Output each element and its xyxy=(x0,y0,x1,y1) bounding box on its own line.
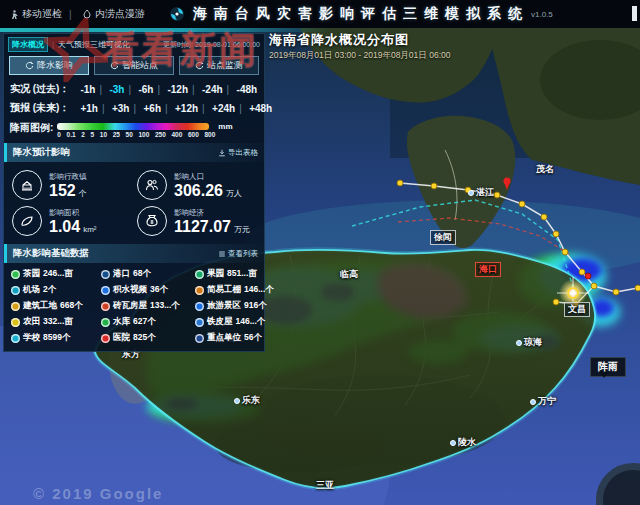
reservoir-icon xyxy=(101,318,110,327)
list-icon xyxy=(218,250,226,258)
export-table-link[interactable]: 导出表格 xyxy=(218,148,258,158)
observed--1h[interactable]: -1h xyxy=(73,84,102,95)
tab-rain-impact[interactable]: 降水影响 xyxy=(9,56,89,75)
base-item-scenic-area[interactable]: 旅游景区916个 xyxy=(195,300,274,312)
area-icon xyxy=(12,206,42,236)
base-item-school[interactable]: 学校8599个 xyxy=(11,332,99,344)
orchard-icon xyxy=(195,270,204,279)
tab-station-monitor[interactable]: 站点监测 xyxy=(179,56,259,75)
weather-badge: 阵雨 xyxy=(590,357,626,377)
base-item-hospital[interactable]: 医院825个 xyxy=(101,332,193,344)
observed--3h[interactable]: -3h xyxy=(102,84,131,95)
edge-widget[interactable] xyxy=(632,6,637,21)
menu-mobile-patrol[interactable]: 移动巡检 xyxy=(0,7,72,21)
forecast-+24h[interactable]: +24h xyxy=(205,103,242,114)
city-label-zhanjiang[interactable]: 湛江 xyxy=(468,186,494,199)
app-title: 海南台风灾害影响评估三维模拟系统 xyxy=(193,5,529,23)
base-item-work-shed[interactable]: 简易工棚146...个 xyxy=(195,284,274,296)
base-item-reservoir[interactable]: 水库627个 xyxy=(101,316,193,328)
view-list-link[interactable]: 查看列表 xyxy=(218,249,258,259)
city-label-wenchang[interactable]: 文昌 xyxy=(564,302,590,317)
stats-section-header: 降水预计影响 导出表格 xyxy=(4,143,264,162)
panel-tag[interactable]: 降水概况 xyxy=(8,37,48,52)
legend-ticks: 00.1 25 1025 50100 250400 600800 xyxy=(57,131,215,138)
roam-icon xyxy=(82,9,92,19)
legend-unit: mm xyxy=(218,122,232,131)
update-time: 更新时间: 2019-08-01 06:00:00 xyxy=(163,40,260,50)
map-subtitle: 2019年08月01日 03:00 - 2019年08月01日 06:00 xyxy=(269,50,450,62)
tea-garden-icon xyxy=(11,270,20,279)
patrol-icon xyxy=(10,9,19,20)
forecast-time-row: 预报 (未来)： +1h +3h +6h +12h +24h +48h xyxy=(4,98,264,117)
precipitation-panel: 降水概况 | 天气预报三维可视化 更新时间: 2019-08-01 06:00:… xyxy=(3,33,265,352)
city-label-xuwen[interactable]: 徐闻 xyxy=(430,230,456,245)
base-item-port[interactable]: 港口68个 xyxy=(101,268,193,280)
mode-tabs: 降水影响 智能站点 站点监测 xyxy=(4,54,264,79)
forecast-+3h[interactable]: +3h xyxy=(105,103,137,114)
city-label-wanning[interactable]: 万宁 xyxy=(530,395,556,408)
map-title: 海南省降水概况分布图 xyxy=(269,31,450,49)
stat-admin-regions: 影响行政镇 152个 xyxy=(12,167,135,203)
tin-house-icon xyxy=(195,318,204,327)
brick-house-icon xyxy=(101,302,110,311)
economy-icon xyxy=(137,206,167,236)
city-label-haikou[interactable]: 海口 xyxy=(475,262,501,277)
government-icon xyxy=(12,170,42,200)
observed--6h[interactable]: -6h xyxy=(131,84,160,95)
forecast-+6h[interactable]: +6h xyxy=(136,103,168,114)
city-label-lingshui[interactable]: 陵水 xyxy=(450,436,476,449)
city-label-maoming[interactable]: 茂名 xyxy=(536,163,554,176)
flood-camera-icon xyxy=(101,286,110,295)
stat-area: 影响面积 1.04km² xyxy=(12,203,135,239)
work-shed-icon xyxy=(195,286,204,295)
scenic-area-icon xyxy=(195,302,204,311)
panel-header: 降水概况 | 天气预报三维可视化 更新时间: 2019-08-01 06:00:… xyxy=(4,34,264,54)
base-data-section-header: 降水影响基础数据 查看列表 xyxy=(4,244,264,263)
export-icon xyxy=(218,149,226,157)
observed--48h[interactable]: -48h xyxy=(230,84,265,95)
tab-smart-stations[interactable]: 智能站点 xyxy=(94,56,174,75)
school-icon xyxy=(11,334,20,343)
panel-subtitle: 天气预报三维可视化 xyxy=(58,39,130,50)
stat-population: 影响人口 306.26万人 xyxy=(137,167,260,203)
base-item-orchard[interactable]: 果园851...亩 xyxy=(195,268,274,280)
menu-waterlogging-roam[interactable]: 内涝点漫游 xyxy=(72,7,155,21)
key-unit-icon xyxy=(195,334,204,343)
refresh-icon xyxy=(195,61,204,70)
base-item-key-unit[interactable]: 重点单位56个 xyxy=(195,332,274,344)
hospital-icon xyxy=(101,334,110,343)
base-item-construction-site[interactable]: 建筑工地668个 xyxy=(11,300,99,312)
city-label-lingao[interactable]: 临高 xyxy=(340,268,358,281)
city-label-qionghai[interactable]: 琼海 xyxy=(516,336,542,349)
base-item-airport[interactable]: 机场2个 xyxy=(11,284,99,296)
forecast-+1h[interactable]: +1h xyxy=(73,103,105,114)
base-item-brick-house[interactable]: 砖瓦房屋133...个 xyxy=(101,300,193,312)
stat-economy: 影响经济 1127.07万元 xyxy=(137,203,260,239)
farmland-icon xyxy=(11,318,20,327)
rain-color-scale xyxy=(57,123,209,130)
forecast-+12h[interactable]: +12h xyxy=(168,103,205,114)
population-icon xyxy=(137,170,167,200)
construction-icon xyxy=(11,302,20,311)
base-item-flood-camera[interactable]: 积水视频36个 xyxy=(101,284,193,296)
city-label-ledong[interactable]: 乐东 xyxy=(234,394,260,407)
airport-icon xyxy=(11,286,20,295)
legend-label: 降雨图例: xyxy=(10,121,53,135)
refresh-icon xyxy=(25,61,34,70)
port-icon xyxy=(101,270,110,279)
app-window: 海南省降水概况分布图 2019年08月01日 03:00 - 2019年08月0… xyxy=(0,0,640,505)
observed--12h[interactable]: -12h xyxy=(160,84,195,95)
base-item-tin-house[interactable]: 铁皮屋146...个 xyxy=(195,316,274,328)
forecast-+48h[interactable]: +48h xyxy=(242,103,279,114)
base-item-farmland[interactable]: 农田332...亩 xyxy=(11,316,99,328)
impact-stats-grid: 影响行政镇 152个 影响人口 306.26万人 影响面积 xyxy=(4,162,264,241)
rain-legend-row: 降雨图例: 00.1 25 1025 50100 250400 600800 m… xyxy=(4,117,264,140)
base-item-tea-garden[interactable]: 茶园246...亩 xyxy=(11,268,99,280)
refresh-icon xyxy=(110,61,119,70)
observed-time-row: 实况 (过去)： -1h -3h -6h -12h -24h -48h xyxy=(4,79,264,98)
observed--24h[interactable]: -24h xyxy=(195,84,230,95)
city-label-sanya[interactable]: 三亚 xyxy=(316,479,334,492)
google-copyright: © 2019 Google xyxy=(33,485,163,502)
map-header: 海南省降水概况分布图 2019年08月01日 03:00 - 2019年08月0… xyxy=(269,31,450,62)
base-data-grid: 茶园246...亩 港口68个 果园851...亩 机场2个 积水视频36个 简… xyxy=(4,263,264,349)
